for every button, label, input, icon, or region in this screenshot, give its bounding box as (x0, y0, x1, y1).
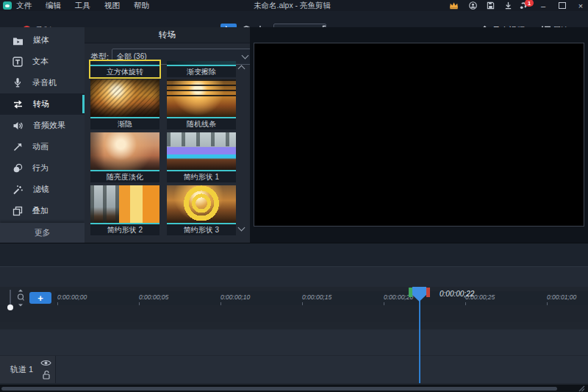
track-header: 轨道 1 (0, 356, 56, 383)
app-logo-icon (3, 1, 12, 10)
animation-arrow-icon (12, 142, 23, 152)
transition-thumbnail (167, 79, 236, 117)
sidebar-item-transitions[interactable]: 转场 (0, 93, 85, 115)
media-icon (12, 35, 24, 46)
microphone-icon (12, 77, 23, 88)
chevron-down-icon (242, 52, 249, 60)
menu-tools[interactable]: 工具 (75, 1, 90, 11)
ruler-tick (302, 302, 303, 305)
menubar: 文件 编辑 工具 视图 帮助 (16, 0, 149, 11)
ruler-tick (139, 302, 140, 305)
sidebar-item-behavior[interactable]: 行为 (0, 157, 85, 179)
ruler-tick (465, 302, 466, 305)
type-select-value: 全部 (36) (117, 51, 147, 62)
menu-file[interactable]: 文件 (16, 1, 32, 11)
track-zoom-icon (16, 289, 25, 307)
transition-tile[interactable]: 渐隐 (90, 79, 159, 129)
account-icon[interactable] (468, 1, 478, 10)
sidebar-item-label: 录音机 (32, 77, 57, 88)
sidebar: 媒体 文本 录音机 转场 (0, 27, 85, 243)
download-icon[interactable] (503, 1, 513, 10)
transitions-panel: 转场 类型: 全部 (36) 立方体旋转 渐变擦除 渐隐 随机线条 (85, 27, 251, 243)
clip-out-marker (426, 288, 430, 297)
ruler-label: 0:00:01;00 (547, 293, 576, 301)
menu-view[interactable]: 视图 (104, 1, 120, 11)
transition-thumbnail (90, 185, 159, 223)
sidebar-item-label: 文本 (32, 56, 49, 67)
track-visibility-icon[interactable] (40, 359, 51, 367)
transition-thumbnail (90, 79, 159, 117)
transition-label: 立方体旋转 (90, 66, 159, 77)
text-icon (12, 57, 23, 67)
sidebar-item-audio-effects[interactable]: 音频效果 (0, 115, 85, 136)
sidebar-item-media[interactable]: 媒体 (0, 29, 85, 51)
transition-tile[interactable]: 简约形状 1 (167, 132, 236, 182)
transition-label: 随亮度淡化 (90, 171, 159, 182)
notification-badge: 1 (525, 0, 534, 7)
transition-tile[interactable]: 立方体旋转 (90, 61, 159, 77)
ruler-label: 0:00:00;10 (220, 293, 250, 301)
transition-label: 简约形状 2 (90, 224, 159, 235)
sidebar-item-label: 音频效果 (33, 120, 65, 131)
sidebar-item-overlay[interactable]: 叠加 (0, 200, 85, 221)
track-height-handle[interactable] (7, 304, 13, 310)
ruler-label: 0:00:00;05 (139, 293, 168, 301)
resize-grip-icon[interactable] (578, 385, 585, 392)
panel-title: 转场 (85, 27, 250, 43)
transitions-icon (12, 99, 24, 110)
transition-thumbnail (90, 132, 159, 170)
menu-help[interactable]: 帮助 (134, 1, 149, 11)
speaker-icon (12, 121, 24, 131)
sidebar-item-label: 转场 (33, 99, 49, 110)
preview-area (250, 27, 588, 243)
maximize-button[interactable] (556, 0, 568, 11)
transition-tile[interactable]: 渐变擦除 (167, 61, 236, 77)
behavior-icon (12, 163, 23, 174)
crown-icon[interactable] (449, 1, 459, 10)
transition-label: 简约形状 3 (167, 224, 236, 235)
timeline: 0:00:00;00 0:00:00;05 0:00:00;10 0:00:00… (0, 287, 588, 385)
sidebar-item-text[interactable]: 文本 (0, 51, 85, 72)
sidebar-item-label: 媒体 (33, 35, 49, 46)
sidebar-item-recorder[interactable]: 录音机 (0, 72, 85, 93)
sidebar-more-button[interactable]: 更多 (0, 223, 85, 243)
transition-tile[interactable]: 随机线条 (167, 79, 236, 129)
toolbar: 录制 31.3% 1920x1080 导出视频 (0, 11, 588, 28)
track-lock-icon[interactable] (42, 370, 51, 379)
timeline-track-lane (0, 356, 588, 383)
sidebar-item-label: 叠加 (32, 205, 49, 216)
scroll-down-icon[interactable] (238, 224, 245, 232)
ruler-label: 0:00:00;15 (302, 293, 331, 301)
save-icon[interactable] (486, 1, 495, 10)
menu-edit[interactable]: 编辑 (46, 1, 61, 11)
close-button[interactable]: × (575, 0, 587, 11)
transition-tile[interactable]: 简约形状 3 (167, 185, 236, 235)
window-title: 未命名.alpx - 亮鱼剪辑 (254, 1, 331, 11)
horizontal-scrollbar-thumb[interactable] (1, 387, 557, 391)
maximize-icon (559, 2, 566, 9)
scroll-up-icon[interactable] (238, 65, 245, 73)
ruler-tick (57, 302, 58, 305)
ruler-tick (547, 302, 548, 305)
magic-wand-icon (12, 185, 24, 195)
transition-tile[interactable]: 简约形状 2 (90, 185, 159, 235)
sidebar-item-animation[interactable]: 动画 (0, 136, 85, 157)
sidebar-item-label: 行为 (32, 163, 49, 174)
transition-tile[interactable]: 随亮度淡化 (90, 132, 159, 182)
sidebar-item-filters[interactable]: 滤镜 (0, 179, 85, 200)
preview-video (254, 43, 584, 227)
add-track-button[interactable]: + (29, 292, 51, 304)
titlebar: 文件 编辑 工具 视图 帮助 未命名.alpx - 亮鱼剪辑 1 – (0, 0, 588, 11)
ruler-label: 0:00:00;00 (57, 293, 87, 301)
timeline-track-lane (0, 329, 588, 355)
app-window: 文件 编辑 工具 视图 帮助 未命名.alpx - 亮鱼剪辑 1 – (0, 0, 588, 392)
sidebar-item-label: 滤镜 (33, 184, 49, 195)
transition-label: 渐变擦除 (167, 66, 236, 77)
sidebar-item-label: 动画 (32, 141, 49, 152)
player-bar: 00:00 /00:00 完整 (0, 243, 588, 267)
track-label: 轨道 1 (10, 364, 33, 375)
timeline-ruler[interactable]: 0:00:00;00 0:00:00;05 0:00:00;10 0:00:00… (55, 291, 588, 305)
transition-thumbnail (167, 185, 236, 223)
minimize-button[interactable]: – (537, 0, 549, 11)
track-height-slider[interactable] (10, 290, 11, 306)
